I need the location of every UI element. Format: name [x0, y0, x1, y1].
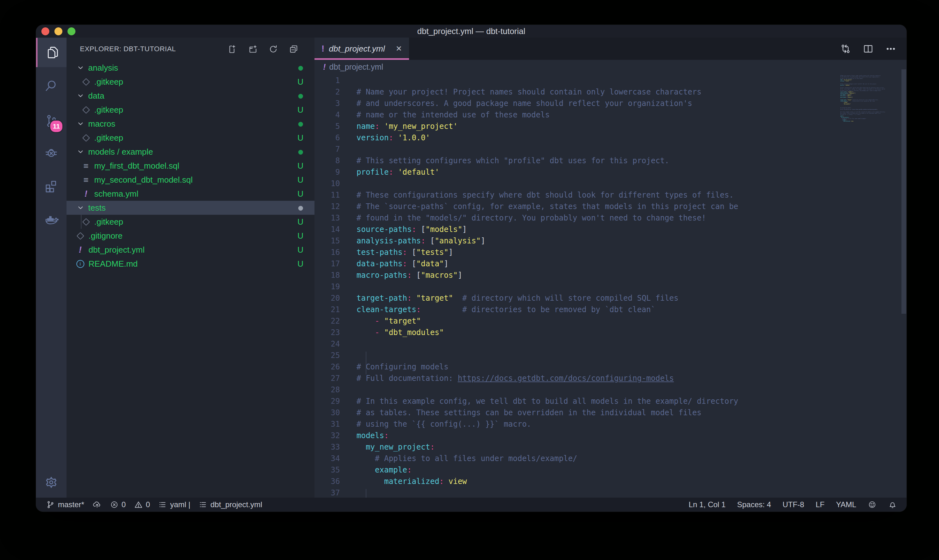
code-content: # Name your project! Project names shoul…	[357, 75, 738, 498]
more-actions-button[interactable]	[885, 43, 896, 54]
status-outline-file-label: dbt_project.yml	[210, 500, 262, 509]
line-number: 9	[314, 166, 340, 178]
activity-item-docker[interactable]	[36, 205, 66, 234]
breadcrumb[interactable]: ! dbt_project.yml	[314, 60, 907, 74]
tree-file--gitkeep[interactable]: .gitkeepU	[66, 75, 314, 89]
line-number: 6	[314, 132, 340, 143]
tree-file--gitignore[interactable]: .gitignoreU	[66, 229, 314, 243]
status-encoding[interactable]: UTF-8	[782, 500, 804, 509]
git-status-dot	[295, 147, 306, 157]
minimize-window-button[interactable]	[54, 28, 62, 35]
tree-file--gitkeep[interactable]: .gitkeepU	[66, 215, 314, 229]
line-number: 21	[314, 304, 340, 315]
zoom-window-button[interactable]	[68, 28, 75, 35]
status-cursor-position[interactable]: Ln 1, Col 1	[689, 500, 726, 509]
tree-file-dbt-project-yml[interactable]: !dbt_project.ymlU	[66, 243, 314, 257]
code-line-36: materialized: view	[357, 476, 738, 487]
status-problems-errors[interactable]: 0	[110, 500, 126, 509]
tree-item-label: .gitkeep	[94, 105, 123, 115]
chevron-down-icon	[77, 92, 84, 100]
line-number: 2	[314, 86, 340, 98]
status-git-branch[interactable]: master*	[46, 500, 84, 509]
title-bar: dbt_project.yml — dbt-tutorial	[36, 25, 907, 37]
branch-icon	[46, 500, 55, 509]
status-eol[interactable]: LF	[816, 500, 824, 509]
tree-folder-tests[interactable]: tests	[66, 201, 314, 215]
explorer-header: EXPLORER: DBT-TUTORIAL	[66, 37, 314, 60]
code-line-31: # using the `{{ config(...) }}` macro.	[357, 418, 738, 430]
line-number: 8	[314, 155, 340, 166]
tab-close-icon[interactable]: ✕	[396, 44, 402, 53]
line-number: 13	[314, 212, 340, 224]
minimap[interactable]: # Name your project! Project names shoul…	[840, 74, 901, 335]
activity-item-source-control[interactable]: 11	[36, 106, 66, 135]
close-window-button[interactable]	[42, 28, 49, 35]
breadcrumb-modified-icon: !	[323, 62, 326, 72]
status-outline-yaml[interactable]: yaml |	[158, 500, 190, 509]
tree-file-my-first-dbt-model-sql[interactable]: ≡my_first_dbt_model.sqlU	[66, 159, 314, 173]
status-notifications-bell[interactable]	[888, 500, 897, 509]
tree-file-my-second-dbt-model-sql[interactable]: ≡my_second_dbt_model.sqlU	[66, 173, 314, 187]
code-line-8: # This setting configures which "profile…	[357, 155, 738, 166]
status-language-mode[interactable]: YAML	[836, 500, 856, 509]
activity-item-search[interactable]	[36, 71, 66, 100]
code-line-6: version: '1.0.0'	[357, 132, 738, 143]
code-line-3: # and underscores. A good package name s…	[357, 98, 738, 109]
line-number: 32	[314, 430, 340, 441]
chevron-down-icon	[77, 64, 84, 72]
status-problems-warnings[interactable]: 0	[134, 500, 150, 509]
open-changes-button[interactable]	[840, 43, 851, 54]
status-feedback-smiley[interactable]	[868, 500, 877, 509]
status-outline-file[interactable]: dbt_project.yml	[199, 500, 262, 509]
tree-item-label: README.md	[88, 259, 138, 269]
tree-folder-analysis[interactable]: analysis	[66, 61, 314, 75]
tree-folder-macros[interactable]: macros	[66, 117, 314, 131]
tree-file-schema-yml[interactable]: !schema.ymlU	[66, 187, 314, 201]
tree-folder-data[interactable]: data	[66, 89, 314, 103]
status-sync-publish[interactable]	[92, 500, 102, 509]
tree-item-label: my_second_dbt_model.sql	[94, 175, 192, 185]
activity-item-extensions[interactable]	[36, 171, 66, 201]
activity-item-debug[interactable]	[36, 138, 66, 168]
line-number: 10	[314, 178, 340, 189]
collapse-folders-button[interactable]	[289, 44, 299, 54]
yaml-file-icon: !	[76, 245, 84, 255]
tree-file-readme-md[interactable]: iREADME.mdU	[66, 257, 314, 271]
tree-item-label: .gitkeep	[94, 133, 123, 143]
tree-folder-models-example[interactable]: models / example	[66, 145, 314, 159]
activity-item-settings-gear[interactable]	[36, 468, 66, 497]
yaml-file-icon: !	[82, 189, 90, 199]
status-eol-label: LF	[816, 500, 824, 509]
code-line-19	[357, 281, 738, 292]
status-problems-errors-label: 0	[122, 500, 126, 509]
new-folder-button[interactable]	[248, 44, 258, 54]
tab-label: dbt_project.yml	[329, 44, 385, 54]
chevron-down-icon	[77, 148, 84, 155]
tree-item-label: models / example	[88, 147, 153, 157]
code-line-2: # Name your project! Project names shoul…	[357, 86, 738, 98]
code-line-30: # as tables. These settings can be overr…	[357, 407, 738, 418]
code-line-4: # name or the intended use of these mode…	[357, 109, 738, 121]
status-indentation[interactable]: Spaces: 4	[737, 500, 771, 509]
extensions-icon	[44, 179, 58, 194]
window-title: dbt_project.yml — dbt-tutorial	[417, 26, 525, 36]
new-file-button[interactable]	[228, 44, 237, 54]
code-line-20: target-path: "target" # directory which …	[357, 292, 738, 304]
tree-file--gitkeep[interactable]: .gitkeepU	[66, 103, 314, 117]
explorer-title: EXPLORER: DBT-TUTORIAL	[80, 45, 176, 53]
tab-dbt-project-yml[interactable]: ! dbt_project.yml ✕	[314, 37, 409, 60]
status-language-mode-label: YAML	[836, 500, 856, 509]
tree-file--gitkeep[interactable]: .gitkeepU	[66, 131, 314, 145]
list-icon	[158, 500, 167, 509]
editor-scrollbar[interactable]	[901, 69, 906, 314]
code-line-33: my_new_project:	[357, 441, 738, 453]
status-bar: master*00yaml |dbt_project.yml Ln 1, Col…	[36, 498, 907, 512]
code-line-34: # Applies to all files under models/exam…	[357, 453, 738, 464]
refresh-explorer-button[interactable]	[268, 44, 278, 54]
docker-icon	[44, 212, 58, 227]
line-number: 30	[314, 407, 340, 418]
activity-item-explorer[interactable]	[36, 38, 68, 67]
sql-file-icon: ≡	[82, 175, 90, 184]
code-editor[interactable]: 1234567891011121314151617181920212223242…	[314, 74, 907, 498]
split-editor-button[interactable]	[863, 43, 874, 54]
